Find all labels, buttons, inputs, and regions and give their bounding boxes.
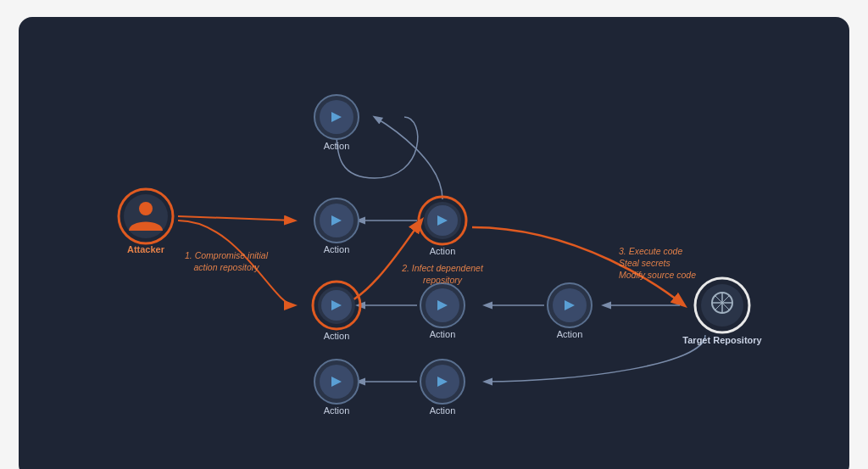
step1-label-line2: action repository <box>193 262 259 272</box>
action-mid-left-node: Action <box>314 198 359 254</box>
step3-label-line3: Modify source code <box>619 270 696 280</box>
svg-text:Attacker: Attacker <box>127 244 165 254</box>
flow-diagram: Attacker Action Action Action <box>53 42 815 449</box>
svg-text:Action: Action <box>557 329 583 339</box>
svg-text:Target Repository: Target Repository <box>682 335 762 345</box>
svg-text:Action: Action <box>324 405 350 416</box>
svg-text:Action: Action <box>430 246 456 256</box>
diagram-container: Attacker Action Action Action <box>19 17 849 469</box>
svg-point-2 <box>139 202 153 215</box>
svg-point-1 <box>124 194 168 238</box>
action-bottom-left-node: Action <box>314 360 359 416</box>
action-row3-right-node: Action <box>548 283 592 339</box>
step3-label-line2: Steal secrets <box>619 258 670 268</box>
svg-text:Action: Action <box>430 329 456 339</box>
step2-label-line2: repository <box>423 275 463 285</box>
attacker-node: Attacker <box>119 189 173 254</box>
action-bottom-mid-node: Action <box>420 360 465 416</box>
action-top-node: Action <box>314 95 359 151</box>
action-main-node: Action <box>313 282 360 341</box>
step1-label-line1: 1. Compromise initial <box>185 250 269 260</box>
target-repository-node: Target Repository <box>682 278 762 345</box>
svg-text:Action: Action <box>324 244 350 254</box>
action-row3-mid-node: Action <box>420 283 465 339</box>
action-mid-center-node: Action <box>419 197 466 256</box>
svg-text:Action: Action <box>324 141 350 151</box>
svg-text:Action: Action <box>430 405 456 416</box>
step2-label-line1: 2. Infect dependenet <box>401 263 484 273</box>
svg-text:Action: Action <box>324 331 350 341</box>
step3-label-line1: 3. Execute code <box>619 246 682 256</box>
